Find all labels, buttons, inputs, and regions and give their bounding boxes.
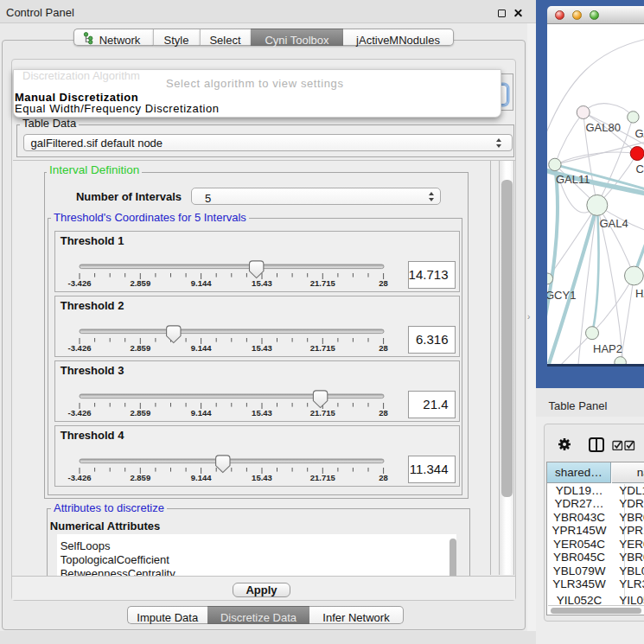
- svg-text:9.144: 9.144: [191, 278, 212, 288]
- svg-text:9.144: 9.144: [191, 343, 212, 353]
- svg-text:21.715: 21.715: [310, 278, 336, 288]
- svg-text:2.859: 2.859: [130, 473, 150, 482]
- svg-text:2.859: 2.859: [130, 343, 150, 353]
- svg-text:2.859: 2.859: [130, 278, 150, 288]
- svg-text:GAL11: GAL11: [556, 173, 590, 186]
- svg-text:28: 28: [379, 343, 388, 353]
- svg-text:-3.426: -3.426: [68, 343, 92, 353]
- svg-text:GCY1: GCY1: [547, 289, 576, 302]
- svg-text:15.43: 15.43: [252, 408, 272, 418]
- svg-text:15.43: 15.43: [252, 278, 272, 288]
- svg-text:HA: HA: [635, 287, 644, 300]
- svg-text:GAL4: GAL4: [600, 217, 628, 230]
- svg-text:-3.426: -3.426: [68, 473, 92, 482]
- svg-text:2.859: 2.859: [130, 408, 150, 418]
- svg-text:GA: GA: [635, 127, 644, 140]
- svg-text:21.715: 21.715: [310, 408, 336, 418]
- svg-text:15.43: 15.43: [252, 343, 272, 353]
- svg-text:-3.426: -3.426: [68, 278, 92, 288]
- svg-text:C: C: [636, 163, 644, 175]
- svg-text:GAL80: GAL80: [586, 121, 621, 134]
- svg-text:28: 28: [379, 473, 388, 482]
- svg-text:28: 28: [379, 278, 388, 288]
- svg-text:15.43: 15.43: [252, 473, 272, 482]
- svg-text:9.144: 9.144: [191, 408, 212, 418]
- svg-text:9.144: 9.144: [191, 473, 212, 482]
- svg-text:28: 28: [379, 408, 388, 418]
- svg-text:-3.426: -3.426: [68, 408, 92, 418]
- svg-text:HAP2: HAP2: [593, 342, 622, 355]
- svg-text:21.715: 21.715: [310, 343, 336, 353]
- svg-text:21.715: 21.715: [310, 473, 336, 482]
